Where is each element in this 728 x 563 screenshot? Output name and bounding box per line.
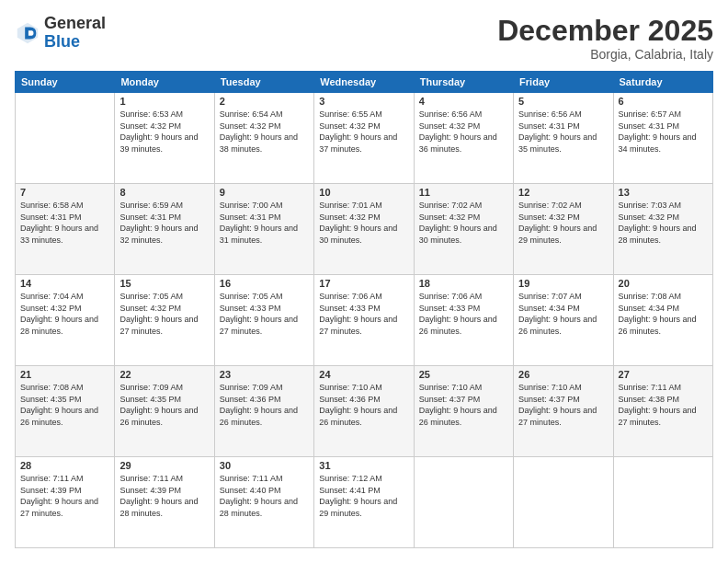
day-number: 8 — [119, 187, 209, 198]
day-number: 28 — [20, 460, 109, 471]
calendar-cell-w4d0: 28Sunrise: 7:11 AMSunset: 4:39 PMDayligh… — [16, 457, 115, 548]
calendar-table: Sunday Monday Tuesday Wednesday Thursday… — [15, 71, 713, 548]
calendar-cell-w4d2: 30Sunrise: 7:11 AMSunset: 4:40 PMDayligh… — [214, 457, 313, 548]
calendar-week-row-3: 21Sunrise: 7:08 AMSunset: 4:35 PMDayligh… — [16, 366, 713, 457]
day-info: Sunrise: 7:07 AMSunset: 4:34 PMDaylight:… — [518, 291, 608, 337]
th-friday: Friday — [514, 72, 613, 93]
calendar-cell-w3d1: 22Sunrise: 7:09 AMSunset: 4:35 PMDayligh… — [115, 366, 214, 457]
page: General Blue December 2025 Borgia, Calab… — [0, 0, 728, 563]
day-info: Sunrise: 7:02 AMSunset: 4:32 PMDaylight:… — [419, 200, 508, 246]
calendar-cell-w4d1: 29Sunrise: 7:11 AMSunset: 4:39 PMDayligh… — [115, 457, 214, 548]
calendar-week-row-1: 7Sunrise: 6:58 AMSunset: 4:31 PMDaylight… — [16, 184, 713, 275]
th-wednesday: Wednesday — [314, 72, 414, 93]
logo-name: General Blue — [44, 15, 106, 52]
calendar-cell-w3d3: 24Sunrise: 7:10 AMSunset: 4:36 PMDayligh… — [314, 366, 414, 457]
day-info: Sunrise: 7:08 AMSunset: 4:35 PMDaylight:… — [20, 382, 109, 428]
logo-blue: Blue — [44, 32, 80, 51]
calendar-cell-w1d0: 7Sunrise: 6:58 AMSunset: 4:31 PMDaylight… — [16, 184, 115, 275]
day-number: 2 — [220, 96, 309, 107]
calendar-cell-w3d0: 21Sunrise: 7:08 AMSunset: 4:35 PMDayligh… — [16, 366, 115, 457]
calendar-cell-w2d5: 19Sunrise: 7:07 AMSunset: 4:34 PMDayligh… — [514, 275, 613, 366]
calendar-cell-w4d5 — [514, 457, 613, 548]
day-number: 12 — [518, 187, 608, 198]
day-number: 25 — [419, 369, 508, 380]
logo-general: General — [44, 14, 106, 32]
day-info: Sunrise: 7:09 AMSunset: 4:36 PMDaylight:… — [220, 382, 309, 428]
day-info: Sunrise: 7:01 AMSunset: 4:32 PMDaylight:… — [319, 200, 408, 246]
location: Borgia, Calabria, Italy — [497, 47, 713, 62]
day-number: 7 — [20, 187, 109, 198]
day-info: Sunrise: 7:10 AMSunset: 4:37 PMDaylight:… — [518, 382, 608, 428]
day-info: Sunrise: 6:53 AMSunset: 4:32 PMDaylight:… — [119, 109, 209, 155]
th-tuesday: Tuesday — [214, 72, 313, 93]
day-number: 19 — [518, 278, 608, 289]
calendar-cell-w2d4: 18Sunrise: 7:06 AMSunset: 4:33 PMDayligh… — [414, 275, 513, 366]
day-info: Sunrise: 7:10 AMSunset: 4:36 PMDaylight:… — [319, 382, 408, 428]
calendar-cell-w1d6: 13Sunrise: 7:03 AMSunset: 4:32 PMDayligh… — [613, 184, 712, 275]
calendar-cell-w1d3: 10Sunrise: 7:01 AMSunset: 4:32 PMDayligh… — [314, 184, 414, 275]
day-info: Sunrise: 6:58 AMSunset: 4:31 PMDaylight:… — [20, 200, 109, 246]
day-info: Sunrise: 6:56 AMSunset: 4:32 PMDaylight:… — [419, 109, 508, 155]
day-number: 17 — [319, 278, 408, 289]
month-title: December 2025 — [497, 15, 713, 47]
day-info: Sunrise: 7:06 AMSunset: 4:33 PMDaylight:… — [319, 291, 408, 337]
day-info: Sunrise: 7:06 AMSunset: 4:33 PMDaylight:… — [419, 291, 508, 337]
calendar-cell-w0d3: 3Sunrise: 6:55 AMSunset: 4:32 PMDaylight… — [314, 93, 414, 184]
calendar-cell-w0d6: 6Sunrise: 6:57 AMSunset: 4:31 PMDaylight… — [613, 93, 712, 184]
day-number: 18 — [419, 278, 508, 289]
calendar-cell-w2d2: 16Sunrise: 7:05 AMSunset: 4:33 PMDayligh… — [214, 275, 313, 366]
day-info: Sunrise: 7:04 AMSunset: 4:32 PMDaylight:… — [20, 291, 109, 337]
day-number: 13 — [619, 187, 708, 198]
calendar-cell-w2d6: 20Sunrise: 7:08 AMSunset: 4:34 PMDayligh… — [613, 275, 712, 366]
day-number: 30 — [220, 460, 309, 471]
weekday-header-row: Sunday Monday Tuesday Wednesday Thursday… — [16, 72, 713, 93]
day-info: Sunrise: 7:02 AMSunset: 4:32 PMDaylight:… — [518, 200, 608, 246]
day-number: 15 — [119, 278, 209, 289]
day-number: 29 — [119, 460, 209, 471]
calendar-week-row-0: 1Sunrise: 6:53 AMSunset: 4:32 PMDaylight… — [16, 93, 713, 184]
th-thursday: Thursday — [414, 72, 513, 93]
calendar-cell-w2d1: 15Sunrise: 7:05 AMSunset: 4:32 PMDayligh… — [115, 275, 214, 366]
calendar-cell-w0d2: 2Sunrise: 6:54 AMSunset: 4:32 PMDaylight… — [214, 93, 313, 184]
day-info: Sunrise: 7:05 AMSunset: 4:33 PMDaylight:… — [220, 291, 309, 337]
calendar-cell-w0d5: 5Sunrise: 6:56 AMSunset: 4:31 PMDaylight… — [514, 93, 613, 184]
day-number: 20 — [619, 278, 708, 289]
day-number: 4 — [419, 96, 508, 107]
day-info: Sunrise: 7:08 AMSunset: 4:34 PMDaylight:… — [619, 291, 708, 337]
day-info: Sunrise: 7:11 AMSunset: 4:39 PMDaylight:… — [119, 473, 209, 519]
day-info: Sunrise: 7:05 AMSunset: 4:32 PMDaylight:… — [119, 291, 209, 337]
day-info: Sunrise: 7:10 AMSunset: 4:37 PMDaylight:… — [419, 382, 508, 428]
day-number: 16 — [220, 278, 309, 289]
day-number: 3 — [319, 96, 408, 107]
day-info: Sunrise: 7:11 AMSunset: 4:39 PMDaylight:… — [20, 473, 109, 519]
calendar-week-row-2: 14Sunrise: 7:04 AMSunset: 4:32 PMDayligh… — [16, 275, 713, 366]
calendar-cell-w4d6 — [613, 457, 712, 548]
calendar-cell-w1d5: 12Sunrise: 7:02 AMSunset: 4:32 PMDayligh… — [514, 184, 613, 275]
calendar-cell-w1d2: 9Sunrise: 7:00 AMSunset: 4:31 PMDaylight… — [214, 184, 313, 275]
calendar-cell-w3d6: 27Sunrise: 7:11 AMSunset: 4:38 PMDayligh… — [613, 366, 712, 457]
calendar-cell-w3d4: 25Sunrise: 7:10 AMSunset: 4:37 PMDayligh… — [414, 366, 513, 457]
th-sunday: Sunday — [16, 72, 115, 93]
day-number: 23 — [220, 369, 309, 380]
day-info: Sunrise: 6:57 AMSunset: 4:31 PMDaylight:… — [619, 109, 708, 155]
calendar-cell-w0d1: 1Sunrise: 6:53 AMSunset: 4:32 PMDaylight… — [115, 93, 214, 184]
day-info: Sunrise: 7:11 AMSunset: 4:40 PMDaylight:… — [220, 473, 309, 519]
logo-icon — [15, 20, 40, 46]
calendar-cell-w2d0: 14Sunrise: 7:04 AMSunset: 4:32 PMDayligh… — [16, 275, 115, 366]
title-block: December 2025 Borgia, Calabria, Italy — [497, 15, 713, 62]
day-number: 14 — [20, 278, 109, 289]
day-info: Sunrise: 7:09 AMSunset: 4:35 PMDaylight:… — [119, 382, 209, 428]
day-number: 10 — [319, 187, 408, 198]
day-number: 21 — [20, 369, 109, 380]
day-number: 26 — [518, 369, 608, 380]
day-number: 6 — [619, 96, 708, 107]
day-number: 22 — [119, 369, 209, 380]
logo-text-block: General Blue — [44, 15, 106, 52]
logo: General Blue — [15, 15, 106, 52]
calendar-cell-w1d1: 8Sunrise: 6:59 AMSunset: 4:31 PMDaylight… — [115, 184, 214, 275]
day-number: 1 — [119, 96, 209, 107]
day-info: Sunrise: 6:54 AMSunset: 4:32 PMDaylight:… — [220, 109, 309, 155]
day-info: Sunrise: 7:00 AMSunset: 4:31 PMDaylight:… — [220, 200, 309, 246]
calendar-cell-w3d2: 23Sunrise: 7:09 AMSunset: 4:36 PMDayligh… — [214, 366, 313, 457]
calendar-cell-w0d4: 4Sunrise: 6:56 AMSunset: 4:32 PMDaylight… — [414, 93, 513, 184]
